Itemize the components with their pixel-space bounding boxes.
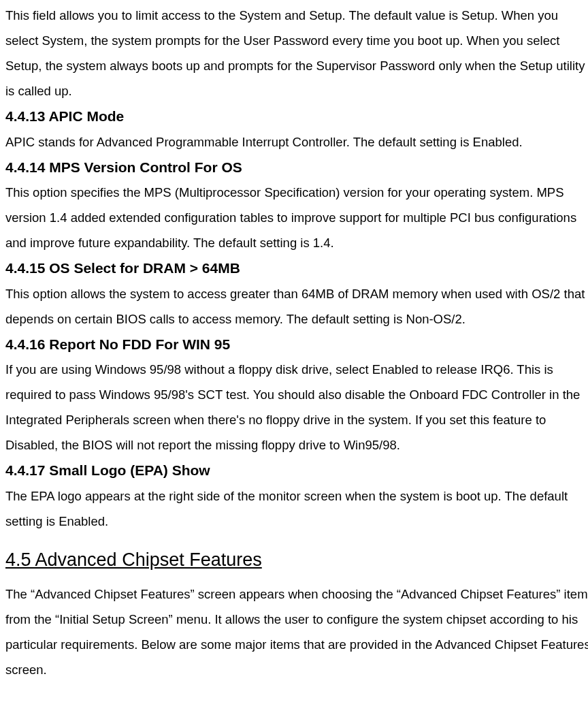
- body-4-4-16: If you are using Windows 95/98 without a…: [5, 357, 588, 458]
- intro-paragraph: This field allows you to limit access to…: [5, 3, 588, 103]
- heading-4-4-14: 4.4.14 MPS Version Control For OS: [5, 156, 588, 179]
- body-4-5: The “Advanced Chipset Features” screen a…: [5, 581, 588, 682]
- body-4-4-13: APIC stands for Advanced Programmable In…: [5, 129, 588, 155]
- body-4-4-17: The EPA logo appears at the right side o…: [5, 483, 588, 534]
- body-4-4-14: This option specifies the MPS (Multiproc…: [5, 180, 588, 255]
- heading-4-4-17: 4.4.17 Small Logo (EPA) Show: [5, 459, 588, 482]
- body-4-4-15: This option allows the system to access …: [5, 281, 588, 332]
- heading-4-4-13: 4.4.13 APIC Mode: [5, 105, 588, 128]
- heading-4-4-15: 4.4.15 OS Select for DRAM > 64MB: [5, 257, 588, 280]
- heading-4-4-16: 4.4.16 Report No FDD For WIN 95: [5, 333, 588, 356]
- heading-4-5: 4.5 Advanced Chipset Features: [5, 546, 588, 574]
